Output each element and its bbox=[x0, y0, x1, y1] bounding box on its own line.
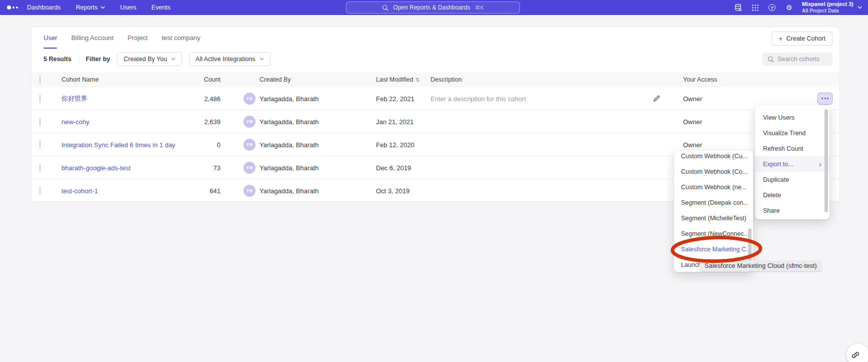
creator-name: Yarlagadda, Bharath bbox=[260, 118, 318, 125]
submenu-item-segment-deepak[interactable]: Segment (Deepak con... bbox=[674, 195, 753, 211]
top-navbar: Dashboards Reports Users Events Open Rep… bbox=[0, 0, 868, 15]
table-row: new-cohy 2,639 YB Yarlagadda, Bharath Ja… bbox=[32, 110, 840, 133]
filter-bar: 5 Results Filter by Created By You All A… bbox=[44, 49, 832, 70]
creator-name: Yarlagadda, Bharath bbox=[260, 164, 318, 171]
hover-tooltip: Salesforce Marketing Cloud (sfmc-test) bbox=[700, 260, 822, 271]
integrations-filter-value: All Active Integrations bbox=[196, 56, 256, 63]
last-modified-date: Jan 21, 2021 bbox=[376, 118, 414, 125]
cohort-count: 2,486 bbox=[180, 95, 220, 102]
last-modified-date: Feb 22, 2021 bbox=[376, 95, 414, 102]
cohort-name-link[interactable]: 你好世界 bbox=[62, 94, 88, 103]
chevron-down-icon bbox=[171, 58, 176, 61]
access-level: Owner bbox=[683, 141, 702, 148]
cohort-name-link[interactable]: bharath-google-ads-test bbox=[62, 164, 130, 171]
created-by-filter-value: Created By You bbox=[124, 56, 167, 63]
row-checkbox[interactable] bbox=[40, 94, 40, 103]
create-cohort-label: Create Cohort bbox=[786, 35, 826, 42]
select-all-checkbox[interactable] bbox=[40, 76, 40, 84]
chevron-down-icon bbox=[858, 6, 862, 9]
nav-item-users[interactable]: Users bbox=[120, 4, 136, 11]
cohort-name-link[interactable]: test-cohort-1 bbox=[62, 187, 98, 195]
row-actions-button[interactable] bbox=[818, 93, 832, 105]
search-cohorts-input[interactable]: Search cohorts bbox=[762, 53, 832, 66]
header-description: Description bbox=[430, 76, 462, 83]
cohort-name-link[interactable]: Integration Sync Failed 6 times in 1 day bbox=[62, 141, 176, 148]
copy-link-button[interactable] bbox=[846, 343, 868, 362]
help-icon[interactable]: ? bbox=[768, 4, 776, 12]
export-destinations-submenu: Custom Webhook (Cu... Custom Webhook (Co… bbox=[674, 151, 753, 272]
description-input[interactable]: Enter a description for this cohort bbox=[430, 95, 526, 102]
avatar: YB bbox=[244, 93, 256, 105]
mixpanel-logo-icon[interactable] bbox=[0, 6, 27, 10]
search-cohorts-placeholder: Search cohorts bbox=[778, 56, 820, 63]
avatar: YB bbox=[244, 116, 256, 128]
cohort-actions-menu: View Users Visualize Trend Refresh Count… bbox=[755, 105, 830, 219]
header-last-modified-label: Last Modified bbox=[376, 76, 413, 83]
nav-item-dashboards[interactable]: Dashboards bbox=[27, 4, 60, 11]
header-your-access: Your Access bbox=[683, 76, 717, 83]
help-glyph: ? bbox=[768, 4, 776, 11]
search-icon bbox=[382, 5, 388, 11]
edit-description-pencil-icon[interactable] bbox=[652, 95, 660, 103]
global-search-input[interactable]: Open Reports & Dashboards ⌘K bbox=[346, 2, 520, 14]
apps-grid-icon[interactable] bbox=[751, 4, 760, 12]
menu-scrollbar[interactable] bbox=[824, 109, 828, 212]
menu-item-share[interactable]: Share bbox=[755, 203, 830, 218]
tab-billing-account[interactable]: Billing Account bbox=[71, 27, 114, 49]
table-row: 你好世界 2,486 YB Yarlagadda, Bharath Feb 22… bbox=[32, 87, 840, 110]
project-switcher[interactable]: Mixpanel (project 3) All Project Data bbox=[802, 1, 865, 14]
menu-item-visualize-trend[interactable]: Visualize Trend bbox=[755, 125, 830, 141]
last-modified-date: Oct 3, 2019 bbox=[376, 187, 410, 195]
submenu-item-custom-webhook-1[interactable]: Custom Webhook (Cu... bbox=[674, 151, 753, 164]
chevron-down-icon bbox=[100, 6, 105, 9]
nav-item-label: Reports bbox=[76, 4, 98, 11]
row-checkbox[interactable] bbox=[40, 117, 40, 126]
nav-item-events[interactable]: Events bbox=[152, 4, 170, 11]
menu-item-refresh-count[interactable]: Refresh Count bbox=[755, 141, 830, 156]
submenu-item-segment-michelletest[interactable]: Segment (MichelleTest) bbox=[674, 211, 753, 226]
nav-item-label: Dashboards bbox=[27, 4, 60, 11]
row-checkbox[interactable] bbox=[40, 163, 40, 172]
creator-name: Yarlagadda, Bharath bbox=[260, 187, 318, 195]
chevron-down-icon bbox=[260, 58, 264, 61]
menu-item-duplicate[interactable]: Duplicate bbox=[755, 172, 830, 187]
menu-item-view-users[interactable]: View Users bbox=[755, 110, 830, 125]
divider bbox=[78, 55, 79, 63]
tab-test-company[interactable]: test company bbox=[162, 27, 200, 49]
last-modified-date: Dec 6, 2019 bbox=[376, 164, 411, 171]
created-by-filter-dropdown[interactable]: Created By You bbox=[117, 52, 182, 66]
tab-user[interactable]: User bbox=[44, 27, 57, 49]
submenu-item-custom-webhook-3[interactable]: Custom Webhook (ne... bbox=[674, 180, 753, 195]
filter-by-label: Filter by bbox=[86, 56, 110, 63]
submenu-item-custom-webhook-2[interactable]: Custom Webhook (Co... bbox=[674, 164, 753, 180]
cohort-count: 0 bbox=[180, 141, 220, 148]
tab-project[interactable]: Project bbox=[128, 27, 148, 49]
integrations-filter-dropdown[interactable]: All Active Integrations bbox=[189, 52, 270, 66]
plus-icon: + bbox=[778, 35, 782, 42]
nav-item-reports[interactable]: Reports bbox=[76, 4, 105, 11]
row-checkbox[interactable] bbox=[40, 187, 40, 195]
creator-name: Yarlagadda, Bharath bbox=[260, 95, 318, 102]
menu-item-export-to[interactable]: Export to... › bbox=[755, 156, 830, 172]
global-search-placeholder: Open Reports & Dashboards bbox=[393, 4, 470, 11]
submenu-item-salesforce-marketing-cloud[interactable]: Salesforce Marketing C... bbox=[674, 242, 753, 257]
settings-gear-icon[interactable]: ⚙ bbox=[785, 4, 794, 12]
last-modified-date: Feb 12, 2020 bbox=[376, 141, 414, 148]
row-checkbox[interactable] bbox=[40, 140, 40, 149]
sort-icon: ⇅ bbox=[416, 77, 420, 83]
cohort-count: 73 bbox=[180, 164, 220, 171]
menu-item-export-to-label: Export to... bbox=[763, 161, 793, 168]
header-count: Count bbox=[180, 76, 220, 83]
header-last-modified[interactable]: Last Modified⇅ bbox=[376, 76, 420, 83]
submenu-item-segment-newconnec[interactable]: Segment (NewConnec... bbox=[674, 226, 753, 242]
avatar: YB bbox=[244, 162, 256, 174]
access-level: Owner bbox=[683, 118, 702, 125]
create-cohort-button[interactable]: + Create Cohort bbox=[772, 32, 832, 46]
table-header-row: Cohort Name Count Created By Last Modifi… bbox=[32, 72, 840, 87]
menu-item-delete[interactable]: Delete bbox=[755, 187, 830, 203]
cohort-name-link[interactable]: new-cohy bbox=[62, 118, 90, 125]
data-management-icon[interactable] bbox=[734, 4, 742, 12]
access-level: Owner bbox=[683, 95, 702, 102]
creator-name: Yarlagadda, Bharath bbox=[260, 141, 318, 148]
submenu-arrow-icon: › bbox=[819, 160, 822, 168]
